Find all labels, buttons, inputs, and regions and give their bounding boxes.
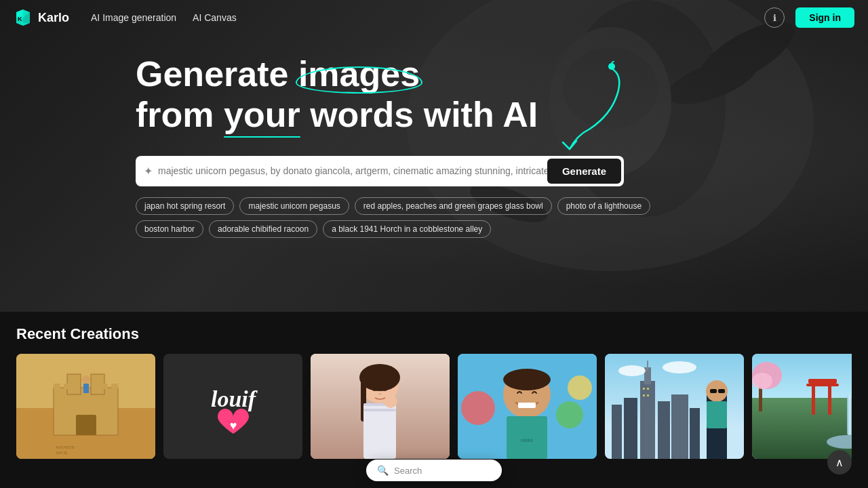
navbar-right: ℹ Sign in <box>764 7 854 28</box>
svg-rect-81 <box>848 394 851 435</box>
nav-ai-image-gen[interactable]: AI Image generation <box>91 12 176 23</box>
svg-rect-65 <box>643 394 645 396</box>
recent-creations-title: Recent Creations <box>16 325 852 343</box>
svg-point-39 <box>382 384 388 391</box>
navbar: K Karlo AI Image generation AI Canvas ℹ … <box>0 0 868 35</box>
svg-rect-59 <box>647 361 648 371</box>
gallery-item-2[interactable] <box>311 354 450 459</box>
svg-rect-48 <box>518 403 536 408</box>
svg-rect-22 <box>76 415 96 435</box>
suggestion-pills: japan hot spring resort majestic unicorn… <box>136 197 665 238</box>
suggestion-pill-5[interactable]: adorable chibified racoon <box>209 220 317 238</box>
nav-ai-canvas[interactable]: AI Canvas <box>193 12 237 23</box>
svg-rect-77 <box>806 384 839 386</box>
svg-text:K: K <box>18 16 22 22</box>
gallery-item-0[interactable]: WANSTE ANCIL <box>16 354 155 459</box>
svg-text:louif: louif <box>210 386 258 411</box>
nyc-art <box>605 354 744 459</box>
svg-rect-63 <box>643 388 645 390</box>
svg-rect-56 <box>624 398 637 459</box>
suggestion-pill-3[interactable]: photo of a lighthouse <box>557 197 650 215</box>
svg-rect-34 <box>363 403 396 459</box>
gallery: WANSTE ANCIL louif ♥ <box>16 354 852 459</box>
chevron-up-icon: ∧ <box>835 456 844 469</box>
suggestion-pill-4[interactable]: boston harbor <box>136 220 203 238</box>
man-art: nkkke <box>458 354 597 459</box>
louif-logo-art: louif ♥ <box>186 369 281 444</box>
suggestion-pill-0[interactable]: japan hot spring resort <box>136 197 234 215</box>
nav-links: AI Image generation AI Canvas <box>91 12 764 23</box>
svg-rect-60 <box>658 401 670 459</box>
svg-rect-18 <box>54 384 60 389</box>
info-icon: ℹ <box>773 13 776 23</box>
karlo-logo-icon: K <box>14 8 33 27</box>
svg-rect-64 <box>647 388 649 390</box>
suggestion-pill-2[interactable]: red apples, peaches and green grapes gla… <box>355 197 552 215</box>
svg-point-42 <box>556 401 583 428</box>
wand-icon: ✦ <box>144 165 153 178</box>
search-overlay-text: Search <box>394 466 422 476</box>
svg-rect-55 <box>612 405 622 459</box>
svg-point-45 <box>503 369 551 390</box>
prompt-input[interactable] <box>158 165 547 176</box>
gallery-item-4[interactable] <box>605 354 744 459</box>
hero-content: Generate images from your words with AI … <box>170 54 698 238</box>
svg-point-73 <box>752 373 772 389</box>
gallery-item-3[interactable]: nkkke <box>458 354 597 459</box>
gallery-item-1[interactable]: louif ♥ <box>163 354 302 459</box>
search-bar-container: ✦ Generate <box>136 156 624 186</box>
generate-button[interactable]: Generate <box>547 159 621 184</box>
search-bar: ✦ Generate <box>136 156 624 186</box>
scroll-up-button[interactable]: ∧ <box>827 450 852 474</box>
castle-art: WANSTE ANCIL <box>16 354 155 459</box>
hero-title-highlight: images <box>298 54 420 95</box>
hero-title: Generate images from your words with AI <box>136 54 665 136</box>
svg-rect-19 <box>64 384 71 389</box>
search-overlay[interactable]: 🔍 Search <box>366 460 502 481</box>
svg-point-67 <box>618 365 646 376</box>
svg-rect-62 <box>690 408 700 459</box>
svg-point-68 <box>663 361 696 373</box>
hero-section: Generate images from your words with AI … <box>0 0 868 312</box>
svg-point-37 <box>384 394 397 408</box>
suggestion-pill-1[interactable]: majestic unicorn pegasus <box>239 197 349 215</box>
svg-text:nkkke: nkkke <box>521 438 533 443</box>
svg-text:♥: ♥ <box>229 419 237 432</box>
svg-text:WANSTE: WANSTE <box>56 445 75 450</box>
svg-point-38 <box>372 384 377 391</box>
svg-point-23 <box>82 375 90 384</box>
svg-point-41 <box>461 391 495 425</box>
svg-rect-52 <box>710 389 717 393</box>
svg-rect-20 <box>101 384 108 389</box>
gallery-item-5[interactable] <box>752 354 852 459</box>
svg-rect-66 <box>647 394 649 396</box>
svg-rect-57 <box>640 381 655 459</box>
svg-point-43 <box>568 375 592 400</box>
svg-rect-53 <box>718 389 725 393</box>
svg-rect-24 <box>83 384 89 393</box>
svg-text:ANCIL: ANCIL <box>56 451 68 455</box>
svg-rect-76 <box>808 379 837 384</box>
svg-rect-21 <box>111 384 118 389</box>
logo-text: Karlo <box>38 11 69 25</box>
svg-rect-36 <box>363 409 396 411</box>
info-button[interactable]: ℹ <box>764 7 785 28</box>
suggestion-pill-6[interactable]: a black 1941 Horch in a cobblestone alle… <box>323 220 491 238</box>
svg-rect-61 <box>671 394 688 459</box>
search-overlay-icon: 🔍 <box>377 465 389 476</box>
signin-button[interactable]: Sign in <box>795 7 854 28</box>
hero-title-underline: your <box>224 95 300 136</box>
woman-art <box>311 354 450 459</box>
japan-art <box>752 354 852 459</box>
logo[interactable]: K Karlo <box>14 8 69 27</box>
svg-rect-54 <box>707 401 727 428</box>
